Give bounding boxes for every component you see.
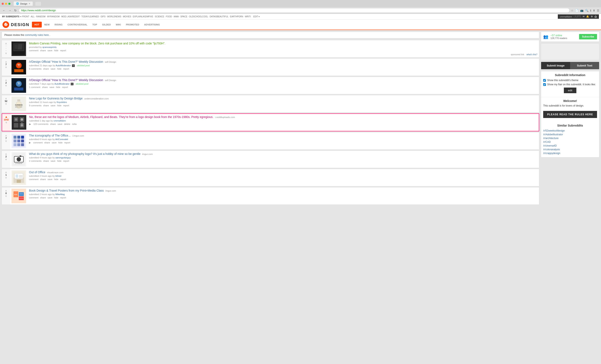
post7-vote-down[interactable]: ▼ (5, 176, 8, 180)
post3-comments[interactable]: 9 comments (29, 104, 41, 107)
power-icon[interactable]: ⏻ (594, 15, 597, 18)
post4-nsfw[interactable]: nsfw (72, 123, 77, 125)
minimize-dot[interactable] (5, 3, 7, 5)
post7-author[interactable]: b0red (56, 175, 61, 177)
submit-text-button[interactable]: Submit Text (570, 62, 599, 69)
post1-vote-down[interactable]: ▼ (5, 66, 8, 69)
post8-save[interactable]: save (48, 196, 52, 199)
sponsored-save-link[interactable]: save (48, 49, 52, 52)
post4-expand[interactable]: ▶ (29, 123, 31, 125)
sponsored-vote-down[interactable]: ▼ (5, 52, 8, 55)
back-button[interactable]: ← (2, 8, 6, 12)
show-theme-checkbox[interactable] (543, 79, 546, 82)
post8-report[interactable]: report (60, 196, 66, 199)
post5-comments[interactable]: comment (33, 141, 43, 144)
post2-vote-up[interactable]: ▲ (5, 78, 8, 82)
post7-hide[interactable]: hide (54, 178, 59, 181)
post2-title[interactable]: /r/Design Official "How Is This Done?" W… (29, 78, 537, 82)
post3-hide[interactable]: hide (57, 104, 61, 107)
post7-save[interactable]: save (48, 178, 52, 181)
dropdown-icon[interactable]: ▾ (20, 15, 21, 18)
sponsored-report-link[interactable]: report (60, 49, 66, 52)
nav-new[interactable]: NEW (42, 22, 52, 28)
post1-report[interactable]: report (63, 67, 69, 70)
reddit-logo-icon[interactable] (2, 21, 9, 28)
nav-top[interactable]: TOP (90, 22, 100, 28)
nav-wiki[interactable]: WIKI (113, 22, 123, 28)
post3-save[interactable]: save (50, 104, 55, 107)
post6-vote-up[interactable]: ▲ (5, 152, 8, 155)
nav-rising[interactable]: RISING (52, 22, 65, 28)
post4-author[interactable]: cmrnwllsbrn (54, 119, 66, 122)
post5-vote-down[interactable]: ▼ (5, 139, 8, 143)
nav-hot[interactable]: HOT (32, 22, 42, 28)
post5-author[interactable]: ArtCorevalet (55, 138, 68, 141)
browser-tab[interactable]: 🌐 Design ✕ (13, 1, 33, 6)
cast-icon[interactable]: 📺 (580, 9, 583, 12)
sponsored-comment-link[interactable]: comment (29, 49, 38, 52)
similar-link-4[interactable]: /r/cinema4D (543, 144, 597, 148)
post7-vote-up[interactable]: ▲ (5, 170, 8, 174)
username[interactable]: cmrnwllsbrn (560, 15, 572, 18)
post8-hide[interactable]: hide (54, 196, 59, 199)
sponsored-hide-link[interactable]: hide (54, 49, 59, 52)
nav-controversial[interactable]: CONTROVERSIAL (65, 22, 90, 28)
post8-vote-down[interactable]: ▼ (5, 194, 8, 198)
post7-share[interactable]: share (40, 178, 46, 181)
post5-save[interactable]: save (52, 141, 57, 144)
notification-icon[interactable]: 🔔 (586, 15, 589, 18)
reader-icon[interactable]: 📄 (575, 9, 579, 12)
post7-title[interactable]: Out of Office visualcraze.com (29, 170, 537, 174)
zoom-icon[interactable]: 🔍 (585, 9, 589, 12)
close-dot[interactable] (2, 3, 4, 5)
nav-advertising[interactable]: ADVERTISING (142, 22, 162, 28)
similar-link-1[interactable]: /r/AdobeIllustrator (543, 133, 597, 136)
bookmark-icon[interactable]: ☆ (571, 9, 573, 12)
sponsored-post-title[interactable]: Modern Canvas Printing, new company on t… (29, 41, 504, 45)
post3-report[interactable]: report (63, 104, 69, 107)
post3-share[interactable]: share (43, 104, 49, 107)
post2-comments[interactable]: 1 comment (29, 86, 40, 88)
post3-title[interactable]: New Logo for Guinness by Design Bridge u… (29, 96, 537, 100)
post4-comments[interactable]: 123 comments (33, 123, 48, 125)
post4-delete[interactable]: delete (64, 123, 70, 125)
sponsored-vote-up[interactable]: ▲ (5, 41, 8, 45)
post1-vote-up[interactable]: ▲ (5, 60, 8, 63)
info-icon[interactable]: ℹ (590, 9, 591, 12)
post2-vote-down[interactable]: ▼ (5, 84, 8, 87)
settings-icon[interactable]: ☰ (597, 9, 599, 12)
similar-link-2[interactable]: /r/architecture (543, 136, 597, 140)
post8-share[interactable]: share (40, 196, 46, 199)
sponsored-share-link[interactable]: share (40, 49, 46, 52)
edit-flair-button[interactable]: edit (564, 87, 577, 93)
post4-save[interactable]: save (58, 123, 62, 125)
post3-vote-up[interactable]: ▲ (5, 96, 8, 100)
post1-hide[interactable]: hide (57, 67, 61, 70)
new-tab-button[interactable] (35, 1, 41, 6)
similar-link-3[interactable]: /r/CAD (543, 140, 597, 144)
post5-expand[interactable]: ▶ (29, 141, 31, 144)
post6-report[interactable]: report (63, 160, 69, 162)
post4-vote-up[interactable]: ▲ (5, 115, 8, 118)
download-icon[interactable]: ⬇ (593, 9, 595, 12)
community-rules-link[interactable]: community rules here (25, 34, 49, 37)
post1-save[interactable]: save (50, 67, 55, 70)
post1-comments[interactable]: 6 comments (29, 67, 41, 70)
similar-link-5[interactable]: /r/coloranalysis (543, 148, 597, 151)
settings-user-icon[interactable]: ⚙ (591, 15, 593, 18)
post1-share[interactable]: share (43, 67, 49, 70)
post7-comments[interactable]: comment (29, 178, 38, 181)
nav-promoted[interactable]: PROMOTED (123, 22, 142, 28)
post8-title[interactable]: Book Design & Travel Posters from my Pri… (29, 189, 537, 192)
post4-vote-down[interactable]: ▼ (5, 121, 8, 124)
post5-vote-up[interactable]: ▲ (5, 134, 8, 137)
post5-title[interactable]: The iconography of The Office... i.imgur… (29, 134, 537, 137)
forward-button[interactable]: → (8, 8, 12, 12)
post3-author[interactable]: froyolobro (57, 101, 67, 103)
post2-author[interactable]: AutoModerator (54, 83, 70, 85)
whats-this-link[interactable]: what's this? (527, 53, 537, 56)
rules-button[interactable]: PLEASE READ THE RULES HERE (543, 111, 597, 118)
post2-share[interactable]: share (42, 86, 48, 88)
post5-hide[interactable]: hide (58, 141, 63, 144)
post8-comments[interactable]: comment (29, 196, 38, 199)
